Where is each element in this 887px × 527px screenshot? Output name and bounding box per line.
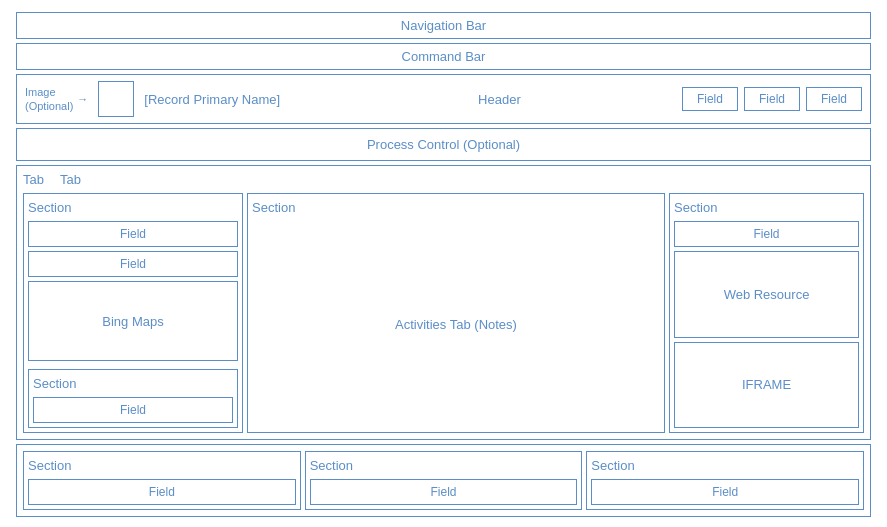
navigation-bar: Navigation Bar	[16, 12, 871, 39]
record-primary-name: [Record Primary Name]	[144, 92, 317, 107]
header-fields: Field Field Field	[682, 87, 862, 111]
bing-maps-box: Bing Maps	[28, 281, 238, 361]
header-field-1[interactable]: Field	[682, 87, 738, 111]
bottom-col-1: Section Field	[23, 451, 301, 510]
web-resource-box: Web Resource	[674, 251, 859, 338]
bottom-field-2: Field	[310, 479, 578, 505]
left-sub-field: Field	[33, 397, 233, 423]
left-section-label: Section	[28, 198, 238, 217]
left-field-1: Field	[28, 221, 238, 247]
image-box	[98, 81, 134, 117]
left-sub-section: Section Field	[28, 369, 238, 428]
header-field-3[interactable]: Field	[806, 87, 862, 111]
page-wrapper: Navigation Bar Command Bar Image (Option…	[0, 0, 887, 527]
header-label: Header	[327, 92, 672, 107]
left-field-2: Field	[28, 251, 238, 277]
arrow-icon: →	[77, 92, 88, 106]
tab-2[interactable]: Tab	[60, 172, 81, 187]
mid-section-label: Section	[252, 198, 660, 217]
process-control: Process Control (Optional)	[16, 128, 871, 161]
tab-labels: Tab Tab	[23, 172, 864, 189]
header-row: Image (Optional) → [Record Primary Name]…	[16, 74, 871, 124]
header-field-2[interactable]: Field	[744, 87, 800, 111]
bottom-section-label-1: Section	[28, 456, 296, 475]
bottom-sections-container: Section Field Section Field Section Fiel…	[16, 444, 871, 517]
left-sub-section-label: Section	[33, 374, 233, 393]
bottom-col-3: Section Field	[586, 451, 864, 510]
bottom-columns-row: Section Field Section Field Section Fiel…	[23, 451, 864, 510]
right-column: Section Field Web Resource IFRAME	[669, 193, 864, 433]
tab-1[interactable]: Tab	[23, 172, 44, 187]
bottom-field-3: Field	[591, 479, 859, 505]
tabs-container: Tab Tab Section Field Field Bing Maps Se…	[16, 165, 871, 440]
bottom-col-2: Section Field	[305, 451, 583, 510]
command-bar: Command Bar	[16, 43, 871, 70]
bottom-section-label-3: Section	[591, 456, 859, 475]
bottom-section-label-2: Section	[310, 456, 578, 475]
bottom-field-1: Field	[28, 479, 296, 505]
mid-column: Section Activities Tab (Notes)	[247, 193, 665, 433]
columns-row: Section Field Field Bing Maps Section Fi…	[23, 193, 864, 433]
image-label: Image (Optional) →	[25, 85, 88, 114]
activities-box: Activities Tab (Notes)	[252, 221, 660, 428]
right-field-1: Field	[674, 221, 859, 247]
iframe-box: IFRAME	[674, 342, 859, 429]
left-column: Section Field Field Bing Maps Section Fi…	[23, 193, 243, 433]
right-section-label: Section	[674, 198, 859, 217]
